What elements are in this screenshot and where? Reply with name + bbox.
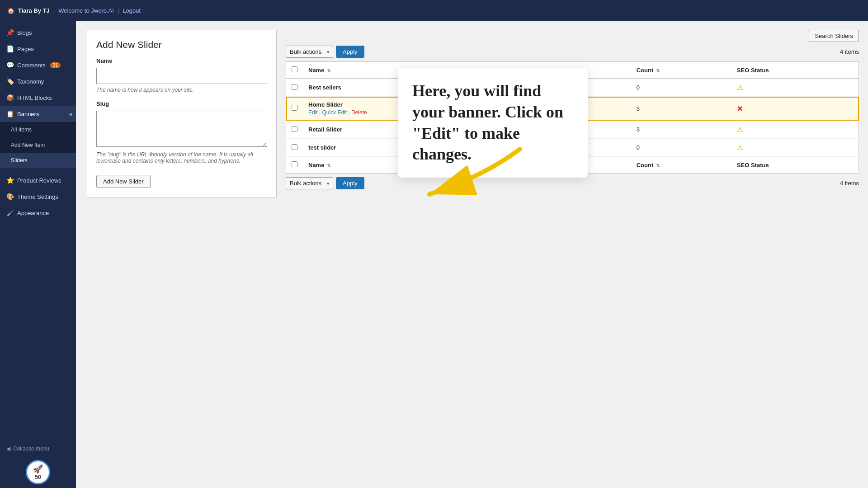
name-sort-icon[interactable]: ⇅: [327, 68, 330, 73]
search-sliders-area: Search Sliders: [286, 30, 859, 42]
footer-count: Count ⇅: [631, 157, 731, 174]
sidebar-item-all-items[interactable]: All Items: [0, 122, 76, 137]
footer-count-label: Count: [637, 162, 654, 169]
sidebar-item-product-reviews[interactable]: ⭐ Product Reviews: [0, 172, 76, 188]
row-count-cell: 3: [631, 121, 731, 139]
row-name-text: test slider: [308, 144, 336, 151]
row-checkbox[interactable]: [292, 84, 297, 90]
all-items-label: All Items: [11, 127, 32, 133]
speed-score-badge: 🚀 50: [26, 460, 50, 484]
toolbar-left-top: Bulk actions Apply: [286, 46, 364, 58]
row-count-cell: 3: [631, 97, 731, 121]
row-checkbox[interactable]: [292, 144, 297, 150]
sidebar-item-taxonomy[interactable]: 🏷️ Taxonomy: [0, 73, 76, 89]
product-reviews-icon: ⭐: [6, 177, 14, 184]
sidebar-item-comments[interactable]: 💬 Comments 31: [0, 57, 76, 73]
row-checkbox-cell: [286, 121, 303, 139]
row-checkbox[interactable]: [292, 105, 297, 111]
footer-name-sort-icon[interactable]: ⇅: [327, 163, 330, 168]
search-sliders-button[interactable]: Search Sliders: [809, 30, 859, 42]
row-checkbox-cell: [286, 139, 303, 157]
row-seo-status-cell: ⚠: [731, 139, 859, 157]
seo-status-column-label: SEO Status: [737, 67, 769, 74]
comments-badge: 31: [50, 62, 61, 68]
table-toolbar-bottom: Bulk actions Apply 4 items: [286, 177, 859, 189]
row-seo-status-cell: ⚠: [731, 121, 859, 139]
footer-seo-status: SEO Status: [731, 157, 859, 174]
bulk-actions-select-top[interactable]: Bulk actions: [286, 46, 333, 58]
sliders-label: Sliders: [11, 157, 28, 164]
items-count-bottom: 4 items: [840, 180, 859, 187]
footer-count-sort-icon[interactable]: ⇅: [656, 163, 660, 168]
select-all-checkbox[interactable]: [292, 66, 297, 72]
sidebar-label-comments: Comments: [17, 62, 46, 69]
banners-arrow-icon: ◀: [69, 112, 72, 117]
sidebar-item-add-new-item[interactable]: Add New Item: [0, 137, 76, 153]
name-hint: The name is how it appears on your site.: [96, 87, 267, 93]
collapse-menu-button[interactable]: ◀ Collapse menu: [0, 441, 76, 456]
seo-status-icon: ⚠: [737, 126, 743, 133]
sidebar-divider: [0, 170, 76, 170]
header-checkbox-cell: [286, 62, 303, 79]
sidebar-item-banners[interactable]: 📋 Banners ◀: [0, 106, 76, 122]
comments-icon: 💬: [6, 61, 14, 69]
add-new-item-label: Add New Item: [11, 142, 45, 148]
table-toolbar-top: Bulk actions Apply 4 items: [286, 46, 859, 58]
collapse-icon: ◀: [6, 446, 10, 452]
pages-icon: 📄: [6, 45, 14, 52]
row-name-text: Home Slider: [308, 101, 343, 108]
bulk-actions-wrapper-top: Bulk actions: [286, 46, 333, 58]
row-action-delete[interactable]: Delete: [351, 109, 367, 116]
sidebar-item-sliders[interactable]: Sliders: [0, 153, 76, 168]
footer-name-label: Name: [308, 162, 324, 169]
slug-label: Slug: [96, 100, 267, 107]
appearance-icon: 🖌️: [6, 209, 14, 216]
blogs-icon: 📌: [6, 29, 14, 36]
sidebar-label-pages: Pages: [17, 46, 34, 52]
sidebar-label-taxonomy: Taxonomy: [17, 78, 44, 85]
row-checkbox-cell: [286, 97, 303, 121]
sidebar-label-banners: Banners: [17, 111, 39, 117]
sidebar: 📌 Blogs 📄 Pages 💬 Comments 31 🏷️ Taxonom…: [0, 21, 76, 488]
separator-1: |: [53, 7, 55, 14]
logout-link[interactable]: Logout: [123, 7, 141, 14]
apply-button-bottom[interactable]: Apply: [336, 177, 364, 189]
row-checkbox[interactable]: [292, 126, 297, 132]
count-sort-icon[interactable]: ⇅: [656, 68, 660, 73]
select-all-checkbox-bottom[interactable]: [292, 161, 297, 167]
footer-seo-status-label: SEO Status: [737, 162, 769, 169]
welcome-link[interactable]: Welcome to Jwero.AI: [58, 7, 114, 14]
slug-input[interactable]: [96, 111, 267, 147]
banners-submenu: All Items Add New Item Sliders: [0, 122, 76, 168]
row-action-quick-edit[interactable]: Quick Edit: [322, 109, 347, 116]
sidebar-item-appearance[interactable]: 🖌️ Appearance: [0, 205, 76, 221]
sidebar-item-blogs[interactable]: 📌 Blogs: [0, 24, 76, 41]
apply-button-top[interactable]: Apply: [336, 46, 364, 58]
sidebar-label-html-blocks: HTML Blocks: [17, 94, 52, 101]
name-field-group: Name The name is how it appears on your …: [96, 57, 267, 93]
sidebar-item-html-blocks[interactable]: 📦 HTML Blocks: [0, 89, 76, 106]
row-action-edit[interactable]: Edit: [308, 109, 318, 116]
add-form-panel: Add New Slider Name The name is how it a…: [87, 30, 277, 197]
sidebar-label-appearance: Appearance: [17, 210, 49, 216]
callout-text: Here, you will find your banner. Click o…: [412, 82, 563, 163]
name-input[interactable]: [96, 68, 267, 84]
callout-overlay: Here, you will find your banner. Click o…: [398, 68, 588, 178]
bulk-actions-select-bottom[interactable]: Bulk actions: [286, 177, 333, 189]
sidebar-label-product-reviews: Product Reviews: [17, 177, 61, 184]
row-action-separator: |: [318, 109, 322, 116]
sidebar-item-theme-settings[interactable]: 🎨 Theme Settings: [0, 188, 76, 205]
row-count-cell: 0: [631, 79, 731, 97]
sidebar-item-pages[interactable]: 📄 Pages: [0, 41, 76, 57]
row-action-separator: |: [347, 109, 351, 116]
collapse-label: Collapse menu: [13, 446, 49, 452]
add-new-slider-button[interactable]: Add New Slider: [96, 175, 151, 188]
seo-status-icon: ⚠: [737, 144, 743, 151]
row-count-cell: 0: [631, 139, 731, 157]
separator-2: |: [118, 7, 119, 14]
site-name[interactable]: Tiara By TJ: [18, 7, 50, 14]
slug-hint: The "slug" is the URL-friendly version o…: [96, 151, 267, 164]
banners-icon: 📋: [6, 110, 14, 117]
count-column-label: Count: [637, 67, 654, 74]
row-checkbox-cell: [286, 79, 303, 97]
